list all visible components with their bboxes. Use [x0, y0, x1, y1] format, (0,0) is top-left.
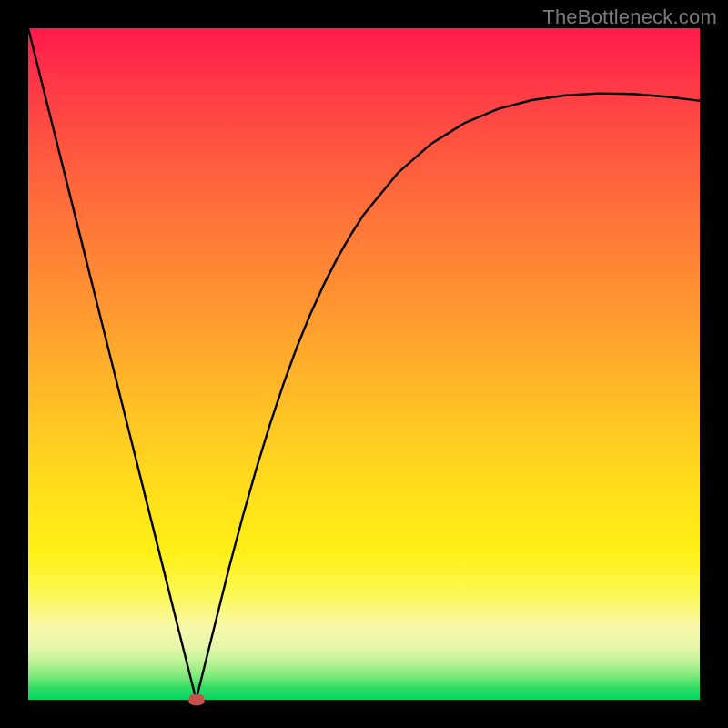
minimum-marker [188, 694, 205, 705]
curve-path [28, 28, 700, 700]
attribution-text: TheBottleneck.com [542, 5, 717, 29]
chart-frame: TheBottleneck.com [0, 0, 728, 728]
bottleneck-curve [28, 28, 700, 700]
